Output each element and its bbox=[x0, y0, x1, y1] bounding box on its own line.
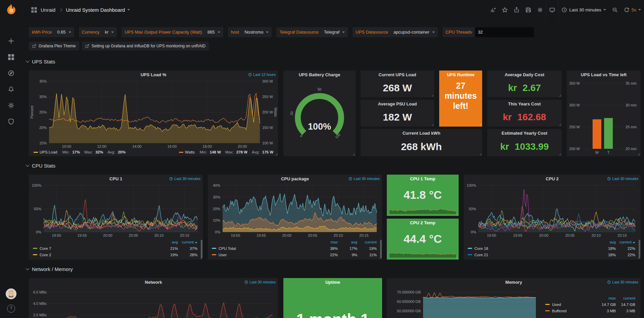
legend-row[interactable]: CPU Total38%17%19% bbox=[212, 245, 377, 252]
panel-title[interactable]: CPU 2 Temp bbox=[387, 219, 459, 227]
dashboard-title[interactable]: Unraid System Dashboard bbox=[66, 7, 130, 13]
panel-title[interactable]: Current Load kWh bbox=[361, 129, 482, 138]
panel-time-override[interactable]: Last 30 minutes bbox=[349, 177, 380, 181]
dashboard-link[interactable]: Grafana Plex Theme bbox=[29, 42, 79, 50]
series-color-dash bbox=[545, 310, 550, 311]
legend-row[interactable]: Core 1818%22% bbox=[468, 245, 635, 252]
chart-plot-area[interactable]: 19:5019:5520:0020:0520:1020:150%10%20%30… bbox=[208, 183, 382, 239]
time-range-button[interactable]: Last 30 minutes bbox=[558, 0, 609, 19]
panel-time-override[interactable]: Last 30 minutes bbox=[169, 177, 200, 181]
alerting-bell-icon[interactable] bbox=[8, 86, 14, 93]
dashboard-settings-button[interactable] bbox=[534, 0, 546, 19]
panel-title[interactable]: CPU 1 Temp bbox=[387, 175, 459, 183]
settings-gear-icon[interactable] bbox=[8, 102, 14, 109]
legend-sort-current[interactable]: current bbox=[178, 240, 197, 244]
row-header-ups-stats[interactable]: UPS Stats bbox=[26, 57, 55, 66]
chart-plot-area[interactable]: 10:0012:0014:0016:0018:0020:0015%20%25%3… bbox=[29, 79, 278, 150]
cpu-package-chart[interactable]: 19:5019:5520:0020:0520:1020:150%10%20%30… bbox=[208, 183, 382, 260]
svg-text:0%: 0% bbox=[36, 230, 41, 234]
help-icon[interactable]: ? bbox=[7, 305, 15, 313]
svg-text:30 min: 30 min bbox=[626, 103, 637, 107]
row-header-cpu-stats[interactable]: CPU Stats bbox=[26, 161, 55, 170]
dashboard-link[interactable]: Setting up Grafana and InfluxDB for UPS … bbox=[82, 42, 209, 50]
panel-title[interactable]: Estimated Yearly Cost bbox=[487, 129, 562, 138]
shield-icon[interactable] bbox=[8, 118, 14, 125]
variable-value-dropdown[interactable]: 0.65 bbox=[55, 30, 74, 35]
variable-value-dropdown[interactable]: 865 bbox=[205, 30, 223, 35]
panel-title[interactable]: UPS Battery Charge bbox=[283, 71, 356, 79]
variable-currency: Currencykr bbox=[79, 27, 117, 37]
legend-row[interactable]: Buffered3 MB3 MB bbox=[545, 308, 635, 314]
panel-title[interactable]: Current UPS Load bbox=[361, 71, 434, 79]
legend-item[interactable]: WattsMin:148 WMax:278 WAvg:175 W bbox=[179, 150, 273, 154]
panel-title[interactable]: Average Daily Cost bbox=[487, 71, 562, 79]
panel-title[interactable]: Uptime bbox=[283, 278, 382, 287]
panel-time-override[interactable]: Last 30 minutes bbox=[244, 280, 276, 284]
chart-plot-area[interactable]: 50.000000 GB60.000000 GB70.000000 GB bbox=[387, 287, 541, 318]
variable-value-dropdown[interactable]: Nostromo bbox=[242, 30, 272, 35]
memory-chart[interactable]: 50.000000 GB60.000000 GB70.000000 GBmaxc… bbox=[387, 287, 641, 318]
plus-icon[interactable] bbox=[8, 38, 14, 44]
legend-sort-current[interactable]: current bbox=[616, 296, 635, 300]
legend-row[interactable]: Core 2118%22% bbox=[468, 252, 635, 258]
panel-title[interactable]: UPS Load vs Time left bbox=[567, 71, 641, 79]
row-header-network-memory[interactable]: Network / Memory bbox=[26, 265, 73, 273]
legend-sort-max[interactable]: max bbox=[596, 296, 616, 300]
legend-item[interactable]: UPS LoadMin:17%Max:32%Avg:20% bbox=[34, 150, 126, 154]
legend-row[interactable]: Core 219%28% bbox=[33, 252, 197, 258]
variable-input[interactable] bbox=[475, 27, 534, 37]
user-avatar[interactable] bbox=[6, 288, 16, 299]
panel-current-ups-load: Current UPS Load 268 W bbox=[361, 71, 434, 97]
legend-sort-avg[interactable]: avg bbox=[158, 240, 178, 244]
tv-mode-button[interactable] bbox=[546, 0, 558, 19]
panel-time-override[interactable]: Last 30 minutes bbox=[607, 177, 638, 181]
refresh-button[interactable]: 5s bbox=[621, 0, 644, 19]
ups-load-chart[interactable]: 10:0012:0014:0016:0018:0020:0015%20%25%3… bbox=[29, 79, 278, 156]
chart-plot-area[interactable]: 19:5019:5520:0020:0520:1020:150%50%100% bbox=[464, 183, 641, 239]
panel-title[interactable]: Network bbox=[29, 278, 278, 287]
svg-text:20%: 20% bbox=[213, 207, 220, 211]
cpu1-chart[interactable]: 19:5019:5520:0020:0520:1020:150%50%100%a… bbox=[29, 183, 203, 260]
network-chart[interactable]: 2.0 MBs4.0 MBs6.0 MBs bbox=[29, 287, 278, 318]
legend-sort-current[interactable]: current bbox=[357, 240, 377, 244]
legend-scrollbar[interactable] bbox=[639, 240, 640, 258]
panel-title[interactable]: Memory bbox=[387, 278, 641, 287]
legend-row[interactable]: Used14.7 GB14.7 GB bbox=[545, 301, 635, 308]
dashboards-icon[interactable] bbox=[8, 54, 14, 60]
save-button[interactable] bbox=[522, 0, 534, 19]
dashboard-grid-icon[interactable] bbox=[31, 7, 37, 13]
variable-label: host bbox=[228, 30, 242, 35]
star-button[interactable] bbox=[499, 0, 511, 19]
panel-title[interactable]: UPS Runtime bbox=[439, 71, 482, 79]
share-button[interactable] bbox=[511, 0, 522, 19]
panel-time-override[interactable]: Last 12 hours bbox=[248, 73, 276, 77]
chart-plot-area[interactable]: 2.0 MBs4.0 MBs6.0 MBs bbox=[29, 287, 278, 318]
svg-text:20:00: 20:00 bbox=[539, 233, 549, 237]
panel-time-override[interactable]: Last 30 minutes bbox=[607, 280, 638, 284]
stat-value: 1 month 1 bbox=[283, 310, 382, 318]
legend-sort-max[interactable]: max bbox=[318, 240, 338, 244]
legend-row[interactable]: Core 721%37% bbox=[33, 245, 197, 252]
explore-icon[interactable] bbox=[8, 70, 14, 77]
variable-value-dropdown[interactable]: apcupsd-container bbox=[391, 30, 438, 35]
chart-plot-area[interactable]: 19:5019:5520:0020:0520:1020:150%50%100% bbox=[29, 183, 203, 239]
legend-row[interactable]: User22%9%11% bbox=[212, 252, 377, 258]
variable-value-dropdown[interactable]: kr bbox=[102, 30, 117, 35]
legend-scrollbar[interactable] bbox=[380, 240, 382, 258]
navbar-actions: Last 30 minutes 5s bbox=[487, 0, 644, 19]
cpu2-chart[interactable]: 19:5019:5520:0020:0520:1020:150%50%100%a… bbox=[464, 183, 641, 260]
legend-scrollbar[interactable] bbox=[201, 240, 202, 258]
svg-text:0: 0 bbox=[299, 134, 303, 138]
breadcrumb-root[interactable]: Unraid bbox=[41, 7, 55, 13]
legend-sort-current[interactable]: current bbox=[616, 240, 635, 244]
variable-value-dropdown[interactable]: Telegraf bbox=[322, 30, 348, 35]
panel-title[interactable]: This Years Cost bbox=[487, 100, 562, 108]
panel-title[interactable]: Average PSU Load bbox=[361, 100, 434, 108]
legend-sort-avg[interactable]: avg bbox=[338, 240, 357, 244]
panel-title[interactable]: UPS Load % bbox=[29, 71, 278, 79]
zoom-out-button[interactable] bbox=[609, 0, 621, 19]
variable-ups-datasource: UPS Datasourceapcupsd-container bbox=[353, 27, 438, 37]
add-panel-button[interactable] bbox=[487, 0, 499, 19]
legend-sort-avg[interactable]: avg bbox=[596, 240, 616, 244]
grafana-logo[interactable] bbox=[4, 3, 18, 16]
